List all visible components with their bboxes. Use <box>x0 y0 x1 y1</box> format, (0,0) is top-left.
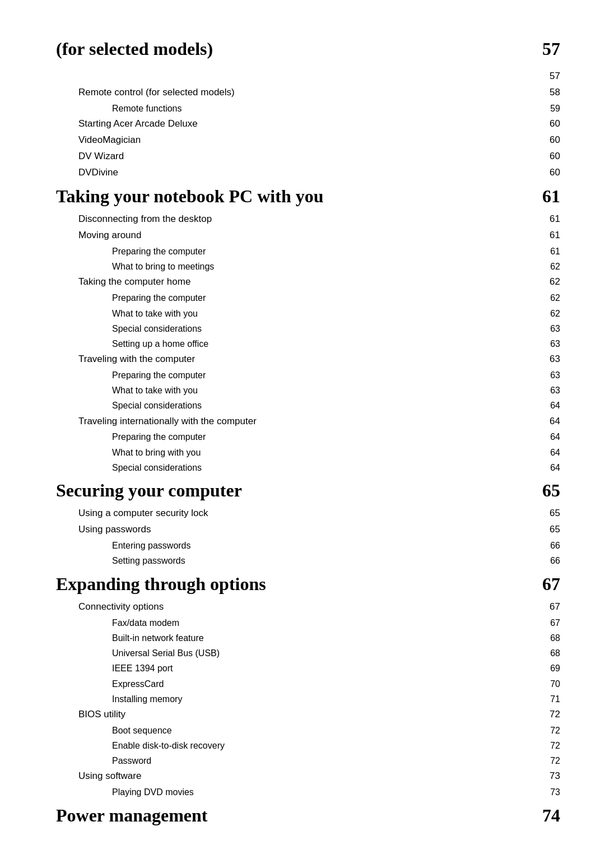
toc-page: 72 <box>538 723 560 738</box>
toc-page: 66 <box>538 553 560 568</box>
toc-row: Built-in network feature68 <box>56 630 560 646</box>
toc-title: Starting Acer Arcade Deluxe <box>56 116 538 132</box>
toc-row: 57 <box>56 68 560 85</box>
toc-title: Preparing the computer <box>56 429 538 444</box>
toc-row: Setting passwords66 <box>56 553 560 568</box>
toc-page: 62 <box>538 259 560 274</box>
toc-row: Universal Serial Bus (USB)68 <box>56 646 560 661</box>
toc-title: Taking your notebook PC with you <box>56 181 538 211</box>
toc-page: 67 <box>538 615 560 630</box>
toc-row: Securing your computer65 <box>56 475 560 505</box>
toc-row: Taking the computer home62 <box>56 274 560 290</box>
toc-row: Fax/data modem67 <box>56 615 560 630</box>
toc-page: 65 <box>538 475 560 505</box>
toc-title: ExpressCard <box>56 676 538 691</box>
toc-row: Using passwords65 <box>56 522 560 538</box>
toc-page: 65 <box>538 522 560 538</box>
toc-row: VideoMagician60 <box>56 132 560 148</box>
toc-row: Using a computer security lock65 <box>56 505 560 522</box>
toc-title: Boot sequence <box>56 723 538 738</box>
toc-title: Moving around <box>56 228 538 244</box>
toc-title: Using software <box>56 768 538 785</box>
toc-page: 60 <box>538 165 560 181</box>
toc-row: (for selected models)57 <box>56 34 560 64</box>
toc-row: Traveling internationally with the compu… <box>56 414 560 430</box>
toc-row: Special considerations64 <box>56 398 560 413</box>
toc-row: Setting up a home office63 <box>56 336 560 351</box>
toc-title: Remote control (for selected models) <box>56 85 538 101</box>
toc-page: 72 <box>538 707 560 723</box>
toc-title: Special considerations <box>56 398 538 413</box>
toc-row: Installing memory71 <box>56 691 560 707</box>
toc-title: What to take with you <box>56 306 538 321</box>
toc-row: Disconnecting from the desktop61 <box>56 211 560 228</box>
toc-page: 73 <box>538 785 560 800</box>
toc-title: Special considerations <box>56 321 538 336</box>
toc-page: 67 <box>538 569 560 599</box>
toc-title: Power management <box>56 800 538 830</box>
toc-page: 72 <box>538 738 560 753</box>
toc-title: Setting up a home office <box>56 336 538 351</box>
toc-page: 61 <box>538 228 560 244</box>
toc-title: IEEE 1394 port <box>56 661 538 676</box>
toc-row: Playing DVD movies73 <box>56 785 560 800</box>
toc-row: What to bring to meetings62 <box>56 259 560 274</box>
toc-page: 60 <box>538 116 560 132</box>
toc-row: Traveling with the computer63 <box>56 351 560 368</box>
toc-title: Disconnecting from the desktop <box>56 211 538 228</box>
toc-page: 57 <box>538 68 560 85</box>
toc-row: Enable disk-to-disk recovery72 <box>56 738 560 753</box>
toc-title: DVDivine <box>56 165 538 181</box>
toc-page: 62 <box>538 290 560 305</box>
toc-title: Enable disk-to-disk recovery <box>56 738 538 753</box>
toc-page: 64 <box>538 460 560 475</box>
toc-row: Preparing the computer61 <box>56 244 560 259</box>
toc-page: 63 <box>538 368 560 383</box>
toc-row: Power management74 <box>56 800 560 830</box>
toc-row: Remote control (for selected models)58 <box>56 85 560 101</box>
toc-page: 63 <box>538 383 560 398</box>
toc-row: Entering passwords66 <box>56 538 560 553</box>
toc-page: 74 <box>538 800 560 830</box>
toc-page: 70 <box>538 676 560 691</box>
toc-page: 62 <box>538 306 560 321</box>
toc-page: 57 <box>538 34 560 64</box>
toc-title: Traveling internationally with the compu… <box>56 414 538 430</box>
toc-page: 58 <box>538 85 560 101</box>
toc-page: 68 <box>538 646 560 661</box>
toc-title: Securing your computer <box>56 475 538 505</box>
toc-title: DV Wizard <box>56 148 538 165</box>
toc-row: Preparing the computer63 <box>56 368 560 383</box>
toc-title: Built-in network feature <box>56 630 538 646</box>
toc-title: Remote functions <box>56 101 538 116</box>
toc-page: 66 <box>538 538 560 553</box>
toc-title: Connectivity options <box>56 599 538 615</box>
toc-row: Remote functions59 <box>56 101 560 116</box>
toc-row: DV Wizard60 <box>56 148 560 165</box>
toc-page: 61 <box>538 244 560 259</box>
toc-row: Preparing the computer62 <box>56 290 560 305</box>
toc-row: Expanding through options67 <box>56 569 560 599</box>
toc-page: 60 <box>538 132 560 148</box>
toc-row: BIOS utility72 <box>56 707 560 723</box>
toc-page: 69 <box>538 661 560 676</box>
toc-page: 61 <box>538 181 560 211</box>
toc-title: Universal Serial Bus (USB) <box>56 646 538 661</box>
toc-row: DVDivine60 <box>56 165 560 181</box>
toc-title: Fax/data modem <box>56 615 538 630</box>
toc-title: What to bring with you <box>56 445 538 460</box>
toc-page: 64 <box>538 445 560 460</box>
toc-title: What to bring to meetings <box>56 259 538 274</box>
toc-page: 61 <box>538 211 560 228</box>
toc-page: 64 <box>538 429 560 444</box>
toc-title: Preparing the computer <box>56 368 538 383</box>
toc-title: Setting passwords <box>56 553 538 568</box>
toc-title: Special considerations <box>56 460 538 475</box>
toc-row: What to bring with you64 <box>56 445 560 460</box>
toc-page: 72 <box>538 753 560 768</box>
toc-page: 73 <box>538 768 560 785</box>
toc-title: What to take with you <box>56 383 538 398</box>
toc-page: 62 <box>538 274 560 290</box>
toc-title: Preparing the computer <box>56 290 538 305</box>
toc-row: Using software73 <box>56 768 560 785</box>
